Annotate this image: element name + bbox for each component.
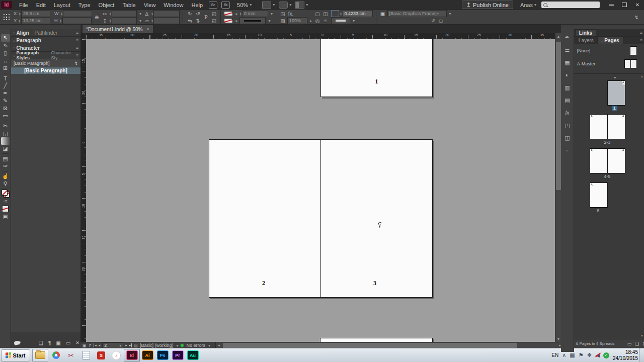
reference-point-proxy[interactable] — [3, 14, 10, 21]
new-style-icon[interactable]: ▣ — [56, 340, 60, 346]
scale-y-stepper[interactable]: ▴▾ — [109, 19, 111, 23]
shear-angle-field[interactable] — [153, 17, 180, 24]
previous-page-button[interactable]: ◂ — [99, 343, 101, 347]
rotate-cw-button[interactable]: ↻ — [186, 11, 193, 17]
arrange-documents-dropdown[interactable]: ▾ — [291, 2, 308, 9]
page-thumbnail-5[interactable]: A — [607, 148, 625, 173]
collapse-triangle-icon[interactable]: ▼ — [613, 76, 617, 79]
taskbar-chrome-button[interactable] — [48, 349, 63, 361]
edit-page-size-button[interactable]: ▭ — [627, 341, 632, 346]
clear-overrides-icon[interactable]: ¶ — [48, 340, 51, 346]
user-account-dropdown[interactable]: Anas ▾ — [520, 2, 536, 8]
rectangle-tool[interactable]: ▭ — [1, 112, 10, 120]
publish-online-button[interactable]: ↥ Publish Online — [462, 1, 513, 9]
width-field[interactable] — [63, 10, 92, 17]
panel-menu-icon[interactable]: ≡ — [76, 38, 78, 43]
last-page-button[interactable]: ▸ — [129, 343, 132, 347]
master-a-row[interactable]: A-Master — [574, 57, 644, 70]
close-button[interactable]: ✕ — [631, 1, 644, 9]
scale-y-field[interactable] — [112, 17, 137, 24]
tab-close-icon[interactable]: × — [146, 27, 149, 32]
stock-button[interactable]: St — [221, 2, 230, 9]
hidden-icons-chevron[interactable]: ∧ — [562, 352, 566, 358]
page-label-6[interactable]: 6 — [592, 208, 604, 213]
effects-panel-icon[interactable]: fx — [562, 109, 572, 117]
free-transform-tool[interactable]: ◱ — [1, 130, 10, 137]
restore-button[interactable] — [618, 1, 631, 9]
tab-links[interactable]: Links — [575, 29, 596, 36]
gap-tool[interactable]: ↔ — [1, 57, 10, 64]
type-tool[interactable]: T — [1, 74, 10, 82]
tab-character[interactable]: Character — [17, 45, 40, 51]
formatting-affects-control[interactable]: ▫T — [1, 198, 10, 205]
horizontal-scroll-thumb[interactable] — [223, 343, 517, 348]
page-thumbnail-6[interactable]: A — [590, 183, 608, 208]
stroke-weight-stepper[interactable]: ▴▾ — [239, 12, 241, 16]
stroke-type-dropdown[interactable] — [239, 17, 266, 24]
tab-paragraph[interactable]: Paragraph — [17, 38, 41, 43]
rotation-stepper[interactable]: ▴▾ — [151, 12, 153, 16]
flip-vertical-button[interactable]: ⇅ — [194, 18, 201, 24]
taskbar-itunes-button[interactable]: ♪ — [109, 349, 124, 361]
page-4-partial[interactable] — [320, 338, 433, 342]
page-1[interactable]: 1 — [320, 39, 433, 97]
tab-align[interactable]: Align — [17, 30, 29, 36]
wrap-around-object-button[interactable]: ◎ — [314, 18, 321, 24]
shear-stepper[interactable]: ▴▾ — [151, 19, 153, 23]
fill-swatch[interactable] — [2, 190, 8, 196]
style-group-folder-icon[interactable]: ❏ — [39, 340, 43, 346]
action-center-flag-icon[interactable]: ⚑ — [579, 352, 584, 358]
gradient-feather-tool[interactable]: ◪ — [1, 145, 10, 152]
tab-pathfinder[interactable]: Pathfinder — [35, 30, 58, 36]
preflight-menu[interactable]: No errors ▾ — [186, 343, 210, 348]
bridge-button[interactable]: Br — [209, 2, 217, 9]
content-collector-tool[interactable]: ⊞ — [1, 64, 10, 72]
wrap-offset-field[interactable]: 0.4233 cm — [343, 10, 373, 17]
show-desktop-button[interactable] — [639, 348, 644, 362]
taskbar-explorer-button[interactable] — [32, 349, 48, 362]
vertical-scroll-thumb[interactable] — [556, 42, 561, 190]
stroke-swatch-none[interactable] — [224, 11, 233, 16]
tab-character-styles[interactable]: Character Sty — [51, 50, 74, 60]
corner-options-button[interactable]: ◳ — [279, 11, 286, 17]
rotation-angle-field[interactable] — [153, 10, 180, 17]
apply-none-button[interactable] — [1, 205, 10, 213]
panel-menu-icon[interactable]: ≡ — [640, 30, 642, 35]
menu-help[interactable]: Help — [187, 0, 207, 10]
quick-apply-button[interactable]: ↯ — [633, 14, 640, 20]
menu-type[interactable]: Type — [74, 0, 95, 10]
scroll-up-arrow[interactable]: ▲ — [640, 75, 643, 78]
taskbar-snipping-tool-button[interactable]: ✂ — [63, 349, 78, 361]
vertical-ruler[interactable]: 15 20 0 5 10 15 20 — [80, 39, 86, 342]
x-stepper[interactable]: ▴▾ — [19, 12, 21, 16]
wrap-jump-button[interactable]: ≡ — [322, 18, 329, 24]
clear-overrides-button[interactable]: ↺ — [430, 18, 437, 24]
page-thumbnail-1[interactable]: A — [607, 80, 625, 106]
cc-libraries-panel-icon[interactable]: ▤ — [562, 96, 572, 104]
wrap-around-bounding-box-button[interactable]: ◫ — [322, 11, 329, 17]
master-none-thumbnail[interactable] — [630, 46, 637, 55]
direct-selection-tool[interactable]: ⇖ — [1, 42, 10, 49]
stroke-weight-field[interactable]: 0 mm — [242, 10, 268, 17]
taskbar-sketchup-button[interactable]: S — [94, 349, 109, 361]
taskbar-clock[interactable]: 18:45 24/10/2015 — [613, 349, 638, 361]
fill-swatch-none[interactable] — [224, 18, 233, 23]
w-stepper[interactable]: ▴▾ — [61, 12, 62, 16]
view-options-dropdown[interactable]: ▾ — [258, 2, 275, 9]
menu-edit[interactable]: Edit — [32, 0, 50, 10]
color-theme-tool[interactable]: ✑ — [1, 162, 10, 170]
first-page-button[interactable]: ◂ — [94, 343, 97, 347]
export-icon[interactable]: ↱ — [89, 343, 92, 348]
search-input[interactable] — [541, 2, 600, 8]
tab-paragraph-styles[interactable]: Paragraph Styles — [17, 50, 48, 60]
screen-mode-dropdown[interactable]: ▾ — [275, 2, 291, 9]
chevron-down-icon[interactable]: ▾ — [271, 12, 273, 16]
quick-apply-icon[interactable]: ↯ — [74, 61, 78, 66]
next-page-button[interactable]: ▸ — [125, 343, 127, 347]
document-tab[interactable]: *Document1.indd @ 50% × — [82, 25, 153, 33]
menu-table[interactable]: Table — [118, 0, 139, 10]
master-a-thumbnail[interactable] — [624, 59, 637, 68]
scale-x-field[interactable] — [112, 10, 137, 17]
safety-status-icon[interactable]: ✓ — [603, 352, 609, 358]
panel-menu-icon[interactable]: ≡ — [76, 45, 78, 50]
